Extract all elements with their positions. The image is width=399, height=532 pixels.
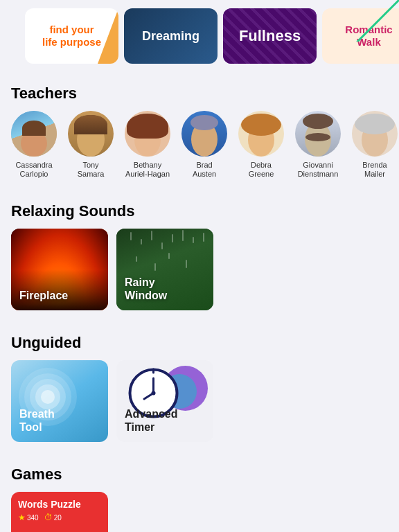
games-list: Words Puzzle ★ 340 ⏱ 20 K P A W O R E L …	[0, 492, 399, 532]
teachers-section-title: Teachers	[0, 72, 399, 111]
advanced-timer-label: Advanced Timer	[125, 407, 177, 434]
avatar-brad	[181, 111, 227, 157]
relaxing-sounds-section-title: Relaxing Sounds	[0, 190, 399, 229]
svg-point-8	[152, 391, 156, 396]
teachers-list: CassandraCarlopio TonySamara BethanyAuri…	[0, 111, 399, 190]
teacher-cassandra-name: CassandraCarlopio	[15, 161, 52, 179]
card-dreaming[interactable]: Dreaming	[124, 8, 218, 64]
avatar-tony	[68, 111, 114, 157]
breath-tool-label: Breath Tool	[19, 407, 55, 434]
teacher-debra[interactable]: DebraGreene	[238, 111, 284, 179]
avatar-brenda	[352, 111, 398, 157]
time-count: 20	[54, 514, 62, 522]
teacher-brad[interactable]: BradAusten	[181, 111, 227, 179]
sound-fireplace-label: Fireplace	[19, 289, 68, 302]
sounds-list: Fireplace Rainy Window	[0, 229, 399, 321]
unguided-list: Breath Tool Advanced Timer	[0, 360, 399, 453]
avatar-giovanni	[295, 111, 341, 157]
top-cards-scroll[interactable]: find your life purpose Dreaming Fullness…	[0, 0, 399, 72]
unguided-card-advanced[interactable]: Advanced Timer	[116, 360, 213, 442]
teacher-giovanni-name: GiovanniDienstmann	[298, 161, 339, 179]
dreaming-text: Dreaming	[124, 29, 218, 44]
find-purpose-text: find your life purpose	[37, 18, 107, 54]
game-stars: ★ 340 ⏱ 20	[18, 513, 62, 522]
teacher-debra-name: DebraGreene	[249, 161, 274, 179]
sound-card-fireplace[interactable]: Fireplace	[11, 229, 108, 310]
romantic-text: Romantic Walk	[327, 24, 399, 48]
fullness-text: Fullness	[223, 27, 317, 45]
teacher-tony[interactable]: TonySamara	[68, 111, 114, 179]
svg-point-4	[41, 390, 55, 404]
avatar-debra	[238, 111, 284, 157]
sound-rainy-label: Rainy Window	[125, 276, 167, 302]
game-card-words-puzzle[interactable]: Words Puzzle ★ 340 ⏱ 20 K P A W O R E L …	[11, 492, 108, 532]
teacher-brenda[interactable]: BrendaMailer	[352, 111, 398, 179]
unguided-card-breath[interactable]: Breath Tool	[11, 360, 108, 442]
teacher-bethany-name: BethanyAuriel-Hagan	[125, 161, 170, 179]
words-puzzle-title: Words Puzzle	[18, 499, 81, 510]
avatar-bethany	[125, 111, 170, 157]
sound-card-rainy[interactable]: Rainy Window	[116, 229, 213, 310]
teacher-giovanni[interactable]: GiovanniDienstmann	[295, 111, 341, 179]
teacher-cassandra[interactable]: CassandraCarlopio	[11, 111, 57, 179]
teacher-brenda-name: BrendaMailer	[362, 161, 387, 179]
teacher-tony-name: TonySamara	[78, 161, 105, 179]
games-section-title: Games	[0, 453, 399, 492]
avatar-cassandra	[11, 111, 57, 157]
star-count: 340	[27, 514, 39, 522]
card-find-purpose[interactable]: find your life purpose	[25, 8, 118, 64]
unguided-section-title: Unguided	[0, 321, 399, 360]
card-romantic[interactable]: Romantic Walk	[322, 8, 399, 64]
teacher-bethany[interactable]: BethanyAuriel-Hagan	[125, 111, 170, 179]
card-fullness[interactable]: Fullness	[223, 8, 317, 64]
teacher-brad-name: BradAusten	[193, 161, 216, 179]
